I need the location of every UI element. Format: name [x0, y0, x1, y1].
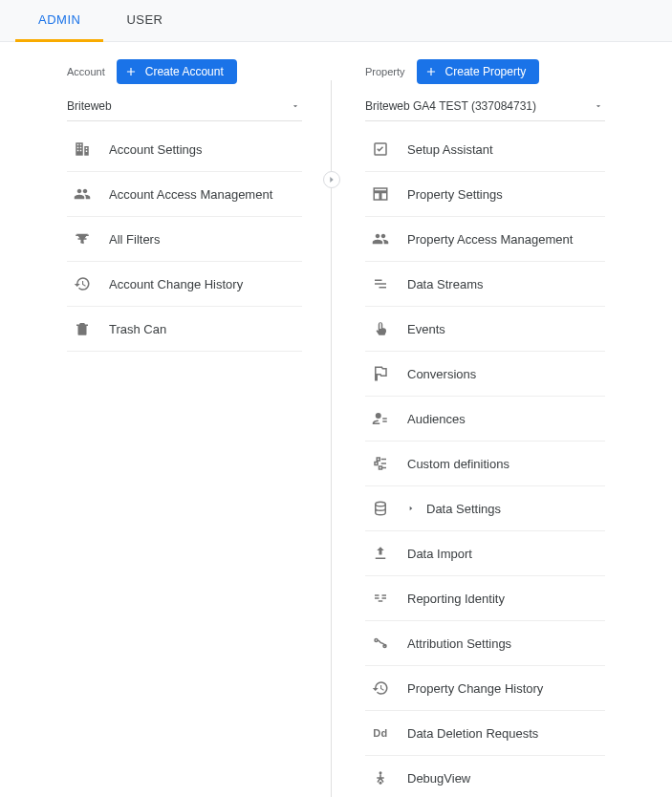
plus-icon	[124, 65, 138, 78]
account-menu: Account Settings Account Access Manageme…	[67, 127, 302, 352]
property-item-custom-definitions[interactable]: Custom definitions	[365, 442, 605, 486]
property-item-data-deletion[interactable]: Dd Data Deletion Requests	[365, 711, 605, 756]
menu-item-label: Trash Can	[109, 322, 166, 336]
property-item-conversions[interactable]: Conversions	[365, 352, 605, 397]
create-account-label: Create Account	[145, 65, 224, 78]
menu-item-label: Account Settings	[109, 142, 203, 157]
arrow-right-icon	[327, 175, 336, 184]
menu-item-label: Property Access Management	[407, 232, 573, 247]
account-item-filters[interactable]: All Filters	[67, 217, 302, 262]
account-column: Account Create Account Briteweb Account …	[0, 59, 331, 797]
touch-icon	[371, 319, 390, 338]
account-item-access[interactable]: Account Access Management	[67, 172, 302, 217]
attribution-icon	[371, 634, 390, 653]
menu-item-label: Data Deletion Requests	[407, 726, 538, 741]
dd-text-icon: Dd	[371, 723, 390, 743]
layout-icon	[371, 184, 390, 204]
history-icon	[73, 274, 92, 293]
property-item-audiences[interactable]: Audiences	[365, 397, 605, 442]
menu-item-label: Reporting Identity	[407, 592, 505, 606]
menu-item-label: Events	[407, 322, 445, 336]
upload-icon	[371, 544, 390, 563]
menu-item-label: Custom definitions	[407, 457, 509, 471]
menu-item-label: Data Settings	[426, 502, 501, 516]
menu-item-label: Property Settings	[407, 187, 503, 202]
chevron-down-icon	[594, 101, 603, 111]
admin-columns: Account Create Account Briteweb Account …	[0, 42, 672, 797]
property-selector[interactable]: Briteweb GA4 TEST (337084731)	[365, 94, 605, 121]
account-item-trash[interactable]: Trash Can	[67, 307, 302, 352]
svg-point-2	[379, 782, 382, 785]
plus-icon	[424, 65, 438, 78]
account-header: Account Create Account	[67, 59, 302, 84]
svg-point-0	[376, 502, 386, 506]
funnel-icon	[73, 229, 92, 248]
menu-item-label: Setup Assistant	[407, 142, 493, 157]
history-icon	[371, 679, 390, 698]
property-item-settings[interactable]: Property Settings	[365, 172, 605, 217]
trash-icon	[73, 319, 92, 338]
svg-point-1	[379, 771, 382, 774]
collapse-column-button[interactable]	[323, 171, 340, 188]
account-item-settings[interactable]: Account Settings	[67, 127, 302, 172]
people-icon	[371, 229, 390, 248]
database-icon	[371, 499, 390, 518]
custom-definitions-icon	[371, 454, 390, 473]
menu-item-label: Conversions	[407, 367, 476, 381]
create-property-button[interactable]: Create Property	[417, 59, 540, 84]
account-item-history[interactable]: Account Change History	[67, 262, 302, 307]
checklist-icon	[371, 140, 390, 159]
account-selected: Briteweb	[67, 99, 112, 113]
account-label: Account	[67, 66, 105, 77]
building-icon	[73, 140, 92, 159]
account-selector[interactable]: Briteweb	[67, 94, 302, 121]
property-item-setup-assistant[interactable]: Setup Assistant	[365, 127, 605, 172]
create-property-label: Create Property	[445, 65, 527, 78]
property-item-access[interactable]: Property Access Management	[365, 217, 605, 262]
menu-item-label: Account Access Management	[109, 187, 272, 202]
property-column: Property Create Property Briteweb GA4 TE…	[331, 59, 672, 797]
menu-item-label: Data Import	[407, 547, 472, 561]
menu-item-label: Property Change History	[407, 681, 543, 696]
tab-user[interactable]: USER	[103, 0, 185, 42]
chevron-down-icon	[291, 101, 300, 111]
property-item-attribution[interactable]: Attribution Settings	[365, 621, 605, 666]
property-item-events[interactable]: Events	[365, 307, 605, 352]
property-item-data-import[interactable]: Data Import	[365, 531, 605, 576]
caret-right-icon	[407, 505, 415, 512]
property-item-debugview[interactable]: DebugView	[365, 756, 605, 797]
people-icon	[73, 184, 92, 204]
property-menu: Setup Assistant Property Settings Proper…	[365, 127, 605, 797]
debug-icon	[371, 768, 390, 787]
menu-item-label: Audiences	[407, 412, 466, 426]
audience-icon	[371, 409, 390, 428]
property-selected: Briteweb GA4 TEST (337084731)	[365, 99, 536, 113]
tab-bar: ADMIN USER	[0, 0, 672, 42]
tab-admin[interactable]: ADMIN	[15, 0, 103, 42]
property-item-change-history[interactable]: Property Change History	[365, 666, 605, 711]
menu-item-label: Attribution Settings	[407, 636, 511, 651]
menu-item-label: Account Change History	[109, 277, 243, 291]
menu-item-label: All Filters	[109, 232, 160, 247]
menu-item-label: DebugView	[407, 771, 470, 786]
menu-item-label: Data Streams	[407, 277, 483, 291]
data-streams-icon	[371, 274, 390, 293]
create-account-button[interactable]: Create Account	[117, 59, 237, 84]
property-item-data-streams[interactable]: Data Streams	[365, 262, 605, 307]
property-item-reporting-identity[interactable]: Reporting Identity	[365, 576, 605, 621]
property-header: Property Create Property	[365, 59, 605, 84]
flag-icon	[371, 364, 390, 383]
identity-icon	[371, 589, 390, 608]
property-label: Property	[365, 66, 405, 77]
property-item-data-settings[interactable]: Data Settings	[365, 486, 605, 531]
